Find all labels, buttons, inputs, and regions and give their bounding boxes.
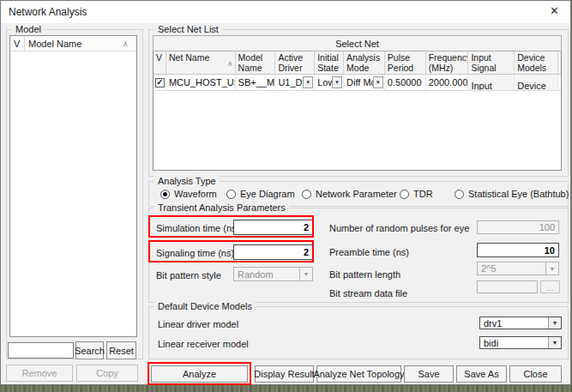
save-as-button[interactable]: Save As	[456, 365, 507, 383]
col-header-frequency: Frequency (MHz)	[426, 51, 469, 74]
col-header-net-name[interactable]: Net Name ∧	[166, 51, 236, 74]
table-title: Select Net	[153, 35, 562, 51]
search-button[interactable]: Search	[75, 341, 104, 359]
analysis-type-label: Analysis Type	[154, 176, 220, 186]
col-header-analysis-mode: Analysis Mode	[344, 51, 385, 74]
analyze-button[interactable]: Analyze	[151, 365, 248, 383]
chevron-down-icon: ▼	[304, 271, 310, 277]
net-row-checkbox[interactable]: ✓	[155, 78, 165, 87]
linear-receiver-model-combo[interactable]: bidi ▼	[479, 336, 562, 349]
bit-stream-file-input[interactable]	[477, 280, 538, 293]
simulation-time-label: Simulation time (ns)	[156, 223, 239, 233]
initial-state-dropdown[interactable]: ▼	[332, 76, 342, 88]
radio-icon	[400, 190, 409, 199]
active-driver-pin-cell[interactable]: U1_D2 ▼	[275, 75, 315, 90]
reset-button[interactable]: Reset	[106, 341, 136, 359]
col-header-model-name: Model Name	[236, 51, 276, 74]
model-list[interactable]: V Model Name ∧	[9, 35, 137, 337]
col-header-v: V	[154, 51, 166, 74]
radio-icon	[226, 190, 236, 199]
sort-ascending-icon: ∧	[227, 58, 233, 69]
col-header-active-driver-pin: Active Driver Pin	[275, 51, 315, 74]
random-pulses-input[interactable]	[477, 220, 559, 234]
input-signal-cell[interactable]: Input	[468, 75, 515, 90]
net-table-row: ✓ MCU_HOST_USB SB+__MC U1_D2 ▼ Low ▼ Dif…	[154, 75, 561, 91]
bit-stream-file-label: Bit stream data file	[329, 288, 407, 299]
radio-tdr[interactable]: TDR	[400, 189, 433, 199]
analysis-mode-cell[interactable]: Diff Mo ▼	[344, 75, 385, 90]
combo-arrow-button[interactable]: ▼	[548, 337, 561, 348]
background-app-strip	[0, 384, 572, 392]
radio-eye-diagram[interactable]: Eye Diagram	[226, 189, 295, 199]
pulse-period-cell[interactable]: 0.50000	[385, 75, 426, 90]
model-group-label: Model	[12, 24, 45, 34]
table-title-text: Select Net	[335, 39, 379, 49]
model-search-input[interactable]	[8, 342, 74, 359]
radio-network-parameter[interactable]: Network Parameter	[302, 189, 397, 199]
model-name-cell[interactable]: SB+__MC	[236, 75, 276, 90]
analyze-net-topology-button[interactable]: Analyze Net Topology	[316, 365, 401, 383]
chevron-down-icon: ▼	[552, 320, 558, 326]
col-header-spacer	[558, 51, 561, 74]
col-header-initial-state: Initial State	[315, 51, 344, 74]
col-header-input-signal: Input Signal	[468, 51, 515, 74]
model-header-v: V	[10, 36, 25, 51]
remove-button[interactable]: Remove	[6, 365, 73, 382]
radio-icon	[455, 190, 464, 199]
row-spacer-cell	[558, 75, 561, 90]
combo-arrow-button[interactable]: ▼	[545, 262, 558, 274]
simulation-time-input[interactable]	[233, 220, 313, 235]
save-button[interactable]: Save	[404, 365, 454, 383]
preamble-time-input[interactable]	[477, 243, 559, 257]
col-header-device-models: Device Models	[515, 51, 558, 74]
preamble-time-label: Preamble time (ns)	[329, 247, 409, 257]
analysis-mode-dropdown[interactable]: ▼	[373, 76, 383, 88]
net-table: Select Net V Net Name ∧ Model Name Activ…	[153, 35, 562, 171]
titlebar: Network Analysis ✕	[1, 1, 570, 23]
bit-stream-browse-button[interactable]: ...	[540, 280, 560, 293]
initial-state-cell[interactable]: Low ▼	[315, 75, 344, 90]
random-pulses-label: Number of random pulses for eye	[329, 223, 469, 233]
close-button[interactable]: Close	[509, 365, 562, 383]
copy-button[interactable]: Copy	[76, 365, 138, 382]
table-header-row: V Net Name ∧ Model Name Active Driver Pi…	[154, 51, 561, 75]
net-name-cell[interactable]: MCU_HOST_USB	[166, 75, 236, 90]
linear-receiver-model-label: Linear receiver model	[158, 339, 249, 349]
sort-ascending-icon: ∧	[123, 36, 136, 51]
col-header-pulse-period: Pulse Period	[385, 51, 426, 74]
bit-pattern-style-combo[interactable]: Random ▼	[233, 267, 313, 281]
linear-driver-model-label: Linear driver model	[158, 319, 238, 329]
display-result-button[interactable]: Display Result	[255, 365, 314, 383]
network-analysis-dialog: Network Analysis ✕ Model V Model Name ∧ …	[0, 0, 571, 385]
radio-selected-icon	[160, 190, 170, 199]
bit-pattern-length-label: Bit pattern length	[329, 269, 400, 280]
transient-params-label: Transient Analysis Parameters	[154, 202, 289, 213]
device-models-cell[interactable]: Device	[515, 75, 558, 90]
bit-pattern-length-combo[interactable]: 2^5 ▼	[477, 262, 559, 275]
frequency-cell[interactable]: 2000.00000	[426, 75, 469, 90]
select-net-list-label: Select Net List	[154, 24, 222, 34]
chevron-down-icon: ▼	[550, 266, 556, 272]
combo-arrow-button[interactable]: ▼	[299, 268, 312, 280]
combo-arrow-button[interactable]: ▼	[548, 317, 561, 329]
radio-statistical-eye[interactable]: Statistical Eye (Bathtub)	[455, 189, 569, 199]
window-title: Network Analysis	[9, 6, 87, 18]
linear-driver-model-combo[interactable]: drv1 ▼	[479, 317, 562, 329]
bit-pattern-style-label: Bit pattern style	[156, 270, 221, 280]
default-device-models-group: Default Device Models Linear driver mode…	[148, 306, 569, 359]
chevron-down-icon: ▼	[334, 80, 340, 85]
radio-icon	[302, 190, 311, 199]
close-icon[interactable]: ✕	[550, 4, 559, 18]
signaling-time-input[interactable]	[233, 244, 313, 260]
default-device-models-label: Default Device Models	[154, 301, 256, 311]
chevron-down-icon: ▼	[552, 340, 558, 346]
transient-params-group: Transient Analysis Parameters Simulation…	[148, 208, 569, 303]
chevron-down-icon: ▼	[305, 80, 310, 85]
model-header-name[interactable]: Model Name	[25, 36, 123, 51]
chevron-down-icon: ▼	[376, 80, 381, 85]
check-icon: ✓	[156, 78, 163, 87]
signaling-time-label: Signaling time (ns)	[156, 248, 234, 258]
radio-waveform[interactable]: Waveform	[160, 189, 217, 199]
driver-pin-dropdown[interactable]: ▼	[303, 76, 313, 88]
model-list-header: V Model Name ∧	[10, 36, 136, 51]
